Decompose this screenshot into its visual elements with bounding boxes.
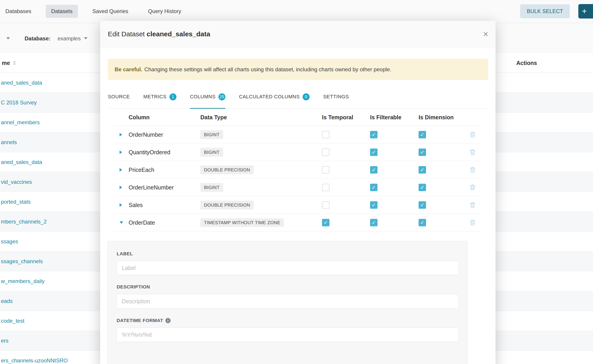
is-temporal-checkbox[interactable]: [322, 219, 329, 226]
is-dimension-checkbox[interactable]: [419, 219, 426, 226]
chevron-down-icon[interactable]: [84, 37, 87, 39]
tab-count-badge: 1: [170, 93, 177, 100]
dataset-name-link[interactable]: ssages_channels: [0, 258, 43, 265]
delete-column-icon[interactable]: [470, 131, 475, 137]
modal-tab-metrics[interactable]: METRICS1: [143, 85, 177, 109]
dataset-name-link[interactable]: ers: [0, 338, 8, 344]
is-dimension-checkbox[interactable]: [419, 131, 426, 138]
data-type-pill: DOUBLE PRECISION: [200, 165, 254, 174]
top-nav: DatabasesDatasetsSaved QueriesQuery Hist…: [0, 0, 593, 23]
dataset-name-link[interactable]: C 2018 Survey: [0, 99, 37, 106]
is-filterable-checkbox[interactable]: [370, 131, 377, 138]
dataset-name-link[interactable]: annels: [0, 139, 17, 145]
is-filterable-checkbox[interactable]: [370, 166, 377, 173]
edit-dataset-modal: Edit Dataset cleaned_sales_data × Be car…: [100, 21, 495, 364]
expand-caret-icon[interactable]: [120, 150, 122, 154]
column-name: QuantityOrdered: [129, 149, 170, 155]
dataset-name-link[interactable]: code_test: [0, 318, 24, 324]
data-type-pill: BIGINT: [200, 130, 223, 139]
warning-text: Changing these settings will affect all …: [145, 66, 391, 73]
expand-caret-icon[interactable]: [120, 186, 122, 189]
is-dimension-checkbox[interactable]: [419, 166, 426, 173]
is-dimension-checkbox[interactable]: [419, 201, 426, 209]
modal-title: Edit Dataset cleaned_sales_data: [108, 30, 210, 38]
is-filterable-checkbox[interactable]: [370, 219, 377, 226]
dataset-name-link[interactable]: eads: [0, 298, 13, 304]
tab-label: COLUMNS: [190, 94, 216, 100]
nav-tab-datasets[interactable]: Datasets: [46, 5, 78, 18]
is-temporal-checkbox[interactable]: [322, 148, 329, 156]
is-dimension-checkbox[interactable]: [419, 148, 426, 156]
nav-tab-databases[interactable]: Databases: [0, 5, 37, 18]
dataset-name-link[interactable]: ers_channels-uzooNNtSRO: [0, 358, 68, 364]
is-filterable-checkbox[interactable]: [370, 148, 377, 156]
name-column-header[interactable]: me: [2, 60, 10, 66]
sort-asc-icon: [13, 61, 16, 62]
close-icon[interactable]: ×: [483, 30, 488, 39]
column-name: OrderDate: [129, 219, 155, 226]
column-row-orderlinenumber: OrderLineNumberBIGINT: [114, 179, 481, 196]
is-temporal-checkbox[interactable]: [322, 166, 329, 173]
label-input[interactable]: [117, 261, 459, 275]
datetime-format-field-label: DATETIME FORMAT i: [117, 318, 171, 323]
dataset-name-link[interactable]: vid_vaccines: [0, 179, 32, 185]
modal-title-prefix: Edit Dataset: [108, 30, 145, 38]
dataset-name-link[interactable]: ported_stats: [0, 199, 31, 205]
column-header-data-type: Data Type: [200, 114, 227, 120]
modal-tab-settings[interactable]: SETTINGS: [323, 85, 349, 109]
column-name: Sales: [129, 202, 143, 208]
dataset-name-link[interactable]: annel_members: [0, 119, 40, 126]
expand-caret-icon[interactable]: [120, 133, 122, 136]
nav-tab-query-history[interactable]: Query History: [143, 5, 187, 18]
datetime-format-input[interactable]: [117, 327, 459, 342]
is-filterable-checkbox[interactable]: [370, 184, 377, 191]
sort-icon[interactable]: [13, 61, 16, 65]
delete-column-icon[interactable]: [470, 167, 475, 173]
is-dimension-checkbox[interactable]: [419, 184, 426, 191]
is-temporal-checkbox[interactable]: [322, 184, 329, 191]
dataset-name-link[interactable]: w_members_daily: [0, 278, 45, 284]
columns-rows: OrderNumberBIGINTQuantityOrderedBIGINTPr…: [114, 126, 481, 231]
tab-label: CALCULATED COLUMNS: [239, 94, 300, 100]
description-input[interactable]: [117, 294, 459, 309]
database-filter-label: Database:: [25, 35, 51, 42]
tab-label: METRICS: [143, 94, 166, 100]
chevron-down-icon[interactable]: [6, 37, 10, 39]
modal-tab-calculated-columns[interactable]: CALCULATED COLUMNS0: [239, 85, 310, 109]
column-name: OrderNumber: [129, 131, 163, 138]
add-dataset-button[interactable]: +: [578, 4, 593, 19]
expand-caret-icon[interactable]: [120, 168, 122, 172]
modal-tab-columns[interactable]: COLUMNS25: [190, 85, 226, 109]
dataset-name-link[interactable]: ssages: [0, 238, 18, 245]
modal-header: Edit Dataset cleaned_sales_data ×: [100, 21, 495, 47]
column-row-priceeach: PriceEachDOUBLE PRECISION: [114, 161, 481, 179]
filter-bar: Database: examples: [0, 30, 104, 46]
modal-tabs: SOURCEMETRICS1COLUMNS25CALCULATED COLUMN…: [108, 85, 488, 109]
modal-body: Be careful. Changing these settings will…: [100, 47, 495, 364]
collapse-caret-icon[interactable]: [120, 221, 123, 224]
modal-tab-source[interactable]: SOURCE: [108, 85, 130, 109]
data-type-pill: BIGINT: [200, 148, 223, 156]
delete-column-icon[interactable]: [470, 184, 475, 190]
column-editor-panel: LABEL DESCRIPTION DATETIME FORMAT i: [107, 241, 468, 364]
bulk-select-button[interactable]: BULK SELECT: [520, 4, 570, 18]
data-type-pill: DOUBLE PRECISION: [200, 201, 254, 209]
nav-tabs: DatabasesDatasetsSaved QueriesQuery Hist…: [0, 0, 187, 23]
delete-column-icon[interactable]: [470, 220, 475, 226]
delete-column-icon[interactable]: [470, 202, 475, 208]
data-type-pill: BIGINT: [200, 183, 223, 192]
nav-tab-saved-queries[interactable]: Saved Queries: [87, 5, 134, 18]
sort-desc-icon: [13, 63, 16, 65]
info-icon[interactable]: i: [165, 318, 171, 323]
delete-column-icon[interactable]: [470, 149, 475, 155]
is-temporal-checkbox[interactable]: [322, 201, 329, 209]
dataset-name-link[interactable]: aned_sales_data: [0, 159, 42, 165]
expand-caret-icon[interactable]: [120, 203, 122, 207]
dataset-name-link[interactable]: aned_sales_data: [0, 80, 42, 86]
plus-icon: +: [582, 6, 587, 16]
dataset-name-link[interactable]: mbers_channels_2: [0, 219, 47, 225]
database-filter-value[interactable]: examples: [58, 35, 81, 42]
is-temporal-checkbox[interactable]: [322, 131, 329, 138]
column-name: PriceEach: [129, 166, 154, 173]
is-filterable-checkbox[interactable]: [370, 201, 377, 209]
